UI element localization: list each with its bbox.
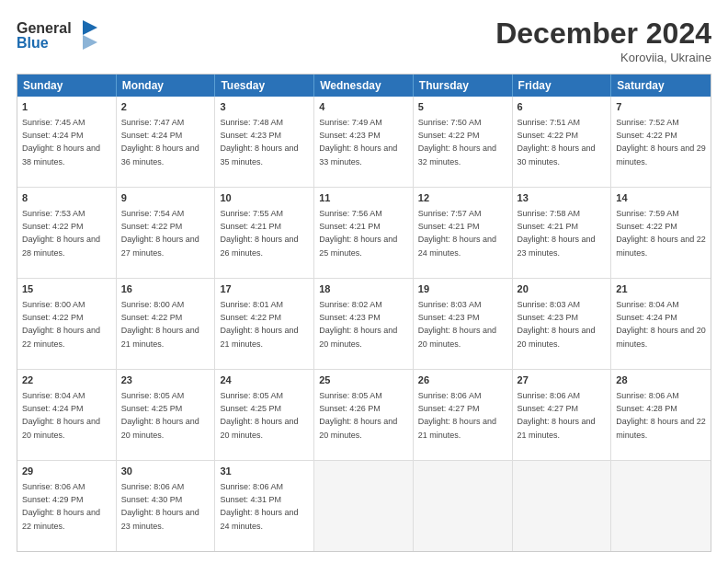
calendar-cell: 3Sunrise: 7:48 AMSunset: 4:23 PMDaylight… bbox=[215, 97, 314, 187]
calendar-cell: 2Sunrise: 7:47 AMSunset: 4:24 PMDaylight… bbox=[117, 97, 216, 187]
logo: General Blue bbox=[17, 17, 99, 57]
cell-info: Sunrise: 7:53 AMSunset: 4:22 PMDaylight:… bbox=[22, 209, 100, 257]
day-number: 27 bbox=[518, 373, 607, 387]
calendar: Sunday Monday Tuesday Wednesday Thursday… bbox=[17, 74, 711, 552]
calendar-cell: 23Sunrise: 8:05 AMSunset: 4:25 PMDayligh… bbox=[117, 370, 216, 460]
day-number: 30 bbox=[121, 465, 210, 478]
calendar-cell: 30Sunrise: 8:06 AMSunset: 4:30 PMDayligh… bbox=[117, 461, 216, 551]
calendar-row-4: 22Sunrise: 8:04 AMSunset: 4:24 PMDayligh… bbox=[17, 369, 711, 460]
cell-info: Sunrise: 8:05 AMSunset: 4:26 PMDaylight:… bbox=[319, 391, 397, 439]
month-title: December 2024 bbox=[495, 17, 711, 51]
calendar-row-1: 1Sunrise: 7:45 AMSunset: 4:24 PMDaylight… bbox=[17, 97, 711, 187]
calendar-cell bbox=[314, 461, 414, 551]
calendar-cell: 10Sunrise: 7:55 AMSunset: 4:21 PMDayligh… bbox=[215, 188, 314, 278]
calendar-cell: 8Sunrise: 7:53 AMSunset: 4:22 PMDaylight… bbox=[17, 188, 117, 278]
day-number: 29 bbox=[22, 465, 111, 478]
header-sunday: Sunday bbox=[17, 75, 117, 97]
header-thursday: Thursday bbox=[414, 75, 513, 97]
cell-info: Sunrise: 8:06 AMSunset: 4:31 PMDaylight:… bbox=[220, 482, 298, 530]
day-number: 18 bbox=[319, 282, 408, 296]
calendar-cell: 22Sunrise: 8:04 AMSunset: 4:24 PMDayligh… bbox=[17, 370, 117, 460]
calendar-cell: 29Sunrise: 8:06 AMSunset: 4:29 PMDayligh… bbox=[17, 461, 117, 551]
calendar-cell: 11Sunrise: 7:56 AMSunset: 4:21 PMDayligh… bbox=[314, 188, 414, 278]
day-number: 6 bbox=[518, 100, 607, 114]
header-friday: Friday bbox=[513, 75, 612, 97]
day-number: 21 bbox=[616, 282, 706, 296]
cell-info: Sunrise: 7:59 AMSunset: 4:22 PMDaylight:… bbox=[616, 209, 706, 257]
cell-info: Sunrise: 8:05 AMSunset: 4:25 PMDaylight:… bbox=[121, 391, 199, 439]
calendar-cell: 1Sunrise: 7:45 AMSunset: 4:24 PMDaylight… bbox=[17, 97, 117, 187]
cell-info: Sunrise: 7:50 AMSunset: 4:22 PMDaylight:… bbox=[418, 118, 496, 166]
calendar-cell: 26Sunrise: 8:06 AMSunset: 4:27 PMDayligh… bbox=[414, 370, 513, 460]
day-number: 9 bbox=[121, 191, 210, 205]
cell-info: Sunrise: 8:05 AMSunset: 4:25 PMDaylight:… bbox=[220, 391, 298, 439]
calendar-cell: 27Sunrise: 8:06 AMSunset: 4:27 PMDayligh… bbox=[513, 370, 612, 460]
cell-info: Sunrise: 7:51 AMSunset: 4:22 PMDaylight:… bbox=[518, 118, 596, 166]
calendar-cell: 14Sunrise: 7:59 AMSunset: 4:22 PMDayligh… bbox=[611, 188, 711, 278]
day-number: 31 bbox=[220, 465, 309, 478]
cell-info: Sunrise: 8:04 AMSunset: 4:24 PMDaylight:… bbox=[22, 391, 100, 439]
header-wednesday: Wednesday bbox=[314, 75, 414, 97]
header-saturday: Saturday bbox=[611, 75, 711, 97]
calendar-cell: 19Sunrise: 8:03 AMSunset: 4:23 PMDayligh… bbox=[414, 279, 513, 369]
day-number: 24 bbox=[220, 373, 309, 387]
day-number: 26 bbox=[418, 373, 507, 387]
day-number: 14 bbox=[616, 191, 706, 205]
day-number: 8 bbox=[22, 191, 111, 205]
day-number: 11 bbox=[319, 191, 408, 205]
calendar-cell bbox=[414, 461, 513, 551]
logo-text: General Blue bbox=[17, 17, 99, 57]
cell-info: Sunrise: 8:00 AMSunset: 4:22 PMDaylight:… bbox=[22, 300, 100, 348]
calendar-cell: 4Sunrise: 7:49 AMSunset: 4:23 PMDaylight… bbox=[314, 97, 414, 187]
cell-info: Sunrise: 7:47 AMSunset: 4:24 PMDaylight:… bbox=[121, 118, 199, 166]
header: General Blue December 2024 Koroviia, Ukr… bbox=[17, 17, 711, 64]
day-number: 5 bbox=[418, 100, 507, 114]
day-number: 22 bbox=[22, 373, 111, 387]
cell-info: Sunrise: 7:48 AMSunset: 4:23 PMDaylight:… bbox=[220, 118, 298, 166]
calendar-cell: 20Sunrise: 8:03 AMSunset: 4:23 PMDayligh… bbox=[513, 279, 612, 369]
day-number: 1 bbox=[22, 100, 111, 114]
svg-text:General: General bbox=[17, 20, 72, 36]
day-number: 7 bbox=[616, 100, 706, 114]
cell-info: Sunrise: 7:58 AMSunset: 4:21 PMDaylight:… bbox=[518, 209, 596, 257]
calendar-cell: 18Sunrise: 8:02 AMSunset: 4:23 PMDayligh… bbox=[314, 279, 414, 369]
cell-info: Sunrise: 8:03 AMSunset: 4:23 PMDaylight:… bbox=[418, 300, 496, 348]
cell-info: Sunrise: 7:55 AMSunset: 4:21 PMDaylight:… bbox=[220, 209, 298, 257]
cell-info: Sunrise: 8:04 AMSunset: 4:24 PMDaylight:… bbox=[616, 300, 706, 348]
day-number: 28 bbox=[616, 373, 706, 387]
day-number: 15 bbox=[22, 282, 111, 296]
cell-info: Sunrise: 7:49 AMSunset: 4:23 PMDaylight:… bbox=[319, 118, 397, 166]
calendar-cell: 9Sunrise: 7:54 AMSunset: 4:22 PMDaylight… bbox=[117, 188, 216, 278]
header-tuesday: Tuesday bbox=[215, 75, 314, 97]
location: Koroviia, Ukraine bbox=[495, 51, 711, 64]
calendar-cell: 21Sunrise: 8:04 AMSunset: 4:24 PMDayligh… bbox=[611, 279, 711, 369]
calendar-cell: 28Sunrise: 8:06 AMSunset: 4:28 PMDayligh… bbox=[611, 370, 711, 460]
calendar-cell: 15Sunrise: 8:00 AMSunset: 4:22 PMDayligh… bbox=[17, 279, 117, 369]
calendar-cell bbox=[513, 461, 612, 551]
day-number: 20 bbox=[518, 282, 607, 296]
day-number: 4 bbox=[319, 100, 408, 114]
calendar-cell: 5Sunrise: 7:50 AMSunset: 4:22 PMDaylight… bbox=[414, 97, 513, 187]
cell-info: Sunrise: 7:56 AMSunset: 4:21 PMDaylight:… bbox=[319, 209, 397, 257]
calendar-header: Sunday Monday Tuesday Wednesday Thursday… bbox=[17, 75, 711, 97]
day-number: 19 bbox=[418, 282, 507, 296]
svg-marker-3 bbox=[83, 35, 97, 50]
cell-info: Sunrise: 8:06 AMSunset: 4:28 PMDaylight:… bbox=[616, 391, 706, 439]
cell-info: Sunrise: 8:02 AMSunset: 4:23 PMDaylight:… bbox=[319, 300, 397, 348]
day-number: 17 bbox=[220, 282, 309, 296]
day-number: 23 bbox=[121, 373, 210, 387]
calendar-cell: 16Sunrise: 8:00 AMSunset: 4:22 PMDayligh… bbox=[117, 279, 216, 369]
svg-marker-2 bbox=[83, 20, 97, 35]
cell-info: Sunrise: 8:06 AMSunset: 4:27 PMDaylight:… bbox=[418, 391, 496, 439]
calendar-row-3: 15Sunrise: 8:00 AMSunset: 4:22 PMDayligh… bbox=[17, 278, 711, 369]
cell-info: Sunrise: 7:52 AMSunset: 4:22 PMDaylight:… bbox=[616, 118, 706, 166]
day-number: 2 bbox=[121, 100, 210, 114]
day-number: 13 bbox=[518, 191, 607, 205]
cell-info: Sunrise: 8:00 AMSunset: 4:22 PMDaylight:… bbox=[121, 300, 199, 348]
calendar-row-2: 8Sunrise: 7:53 AMSunset: 4:22 PMDaylight… bbox=[17, 187, 711, 278]
cell-info: Sunrise: 7:54 AMSunset: 4:22 PMDaylight:… bbox=[121, 209, 199, 257]
calendar-row-5: 29Sunrise: 8:06 AMSunset: 4:29 PMDayligh… bbox=[17, 460, 711, 551]
day-number: 25 bbox=[319, 373, 408, 387]
calendar-cell: 6Sunrise: 7:51 AMSunset: 4:22 PMDaylight… bbox=[513, 97, 612, 187]
page: General Blue December 2024 Koroviia, Ukr… bbox=[0, 0, 728, 563]
